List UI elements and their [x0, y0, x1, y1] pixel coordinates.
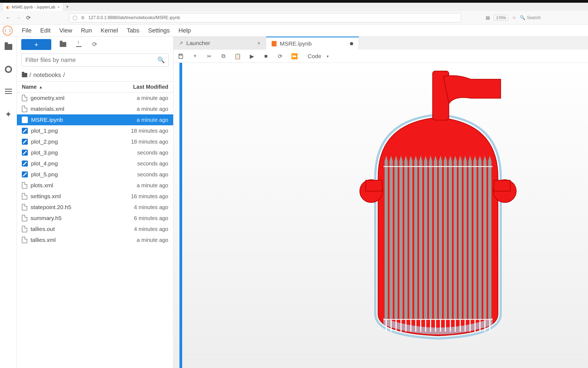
file-row[interactable]: summary.h56 minutes ago: [17, 213, 173, 224]
file-row[interactable]: settings.xml16 minutes ago: [17, 191, 173, 202]
extensions-tab-icon[interactable]: ✦: [3, 109, 14, 120]
upload-button[interactable]: [75, 42, 83, 47]
forward-button[interactable]: →: [16, 14, 21, 21]
cell-type-label: Code: [308, 53, 321, 60]
svg-rect-4: [366, 180, 382, 191]
toc-tab-icon[interactable]: [3, 86, 14, 97]
menu-tabs[interactable]: Tabs: [122, 25, 144, 36]
copy-button[interactable]: ⧉: [220, 53, 227, 59]
file-row[interactable]: plot_1.png18 minutes ago: [17, 125, 173, 136]
menu-file[interactable]: File: [17, 25, 36, 36]
file-row[interactable]: MSRE.ipynba minute ago: [17, 114, 173, 125]
file-modified: a minute ago: [137, 182, 168, 189]
column-name[interactable]: Name: [22, 84, 37, 90]
breadcrumb-seg[interactable]: /: [29, 72, 31, 79]
menu-help[interactable]: Help: [174, 25, 195, 36]
folder-icon: [22, 73, 27, 77]
svg-rect-48: [488, 161, 491, 319]
search-icon: 🔍: [520, 15, 525, 20]
restart-run-all-button[interactable]: ⏩: [291, 53, 298, 60]
file-name: plots.xml: [31, 182, 53, 189]
menu-kernel[interactable]: Kernel: [96, 25, 122, 36]
image-icon: [22, 150, 28, 156]
image-icon: [22, 161, 28, 167]
lock-icon: 🗎: [81, 15, 85, 20]
file-row[interactable]: plot_2.png18 minutes ago: [17, 136, 173, 147]
svg-rect-46: [483, 161, 487, 319]
file-icon: [22, 204, 27, 210]
menu-run[interactable]: Run: [77, 25, 96, 36]
file-row[interactable]: plot_4.pngseconds ago: [17, 158, 173, 169]
paste-button[interactable]: 📋: [234, 53, 241, 60]
svg-rect-10: [394, 161, 398, 319]
interrupt-button[interactable]: ■: [262, 53, 269, 59]
filelist-header[interactable]: Name ▲ Last Modified: [17, 81, 173, 93]
save-button[interactable]: [177, 54, 184, 59]
filter-input[interactable]: [25, 57, 157, 64]
file-row[interactable]: plot_3.pngseconds ago: [17, 147, 173, 158]
file-row[interactable]: tallies.xmla minute ago: [17, 235, 173, 245]
search-icon: 🔍: [157, 57, 165, 64]
cut-button[interactable]: ✂: [206, 53, 213, 60]
back-button[interactable]: ←: [5, 14, 11, 21]
url-bar[interactable]: ◯ 🗎 127.0.0.1:8888/lab/tree/notebooks/MS…: [69, 13, 461, 22]
refresh-button[interactable]: ⟳: [91, 41, 99, 48]
file-modified: seconds ago: [137, 171, 168, 178]
svg-rect-8: [389, 161, 393, 319]
file-name: plot_2.png: [31, 138, 58, 145]
document-tabbar: ↗Launcher×MSRE.ipynb: [173, 37, 588, 50]
browser-tab-title: MSRE.ipynb - JupyterLab: [12, 5, 55, 9]
notebook-canvas[interactable]: ➤: [173, 63, 588, 368]
bookmark-icon[interactable]: ☆: [512, 15, 516, 20]
file-row[interactable]: plot_5.pngseconds ago: [17, 169, 173, 180]
file-modified: 4 minutes ago: [134, 204, 168, 210]
running-tab-icon[interactable]: [3, 64, 14, 75]
svg-rect-24: [429, 161, 432, 319]
breadcrumb[interactable]: / notebooks /: [17, 69, 173, 81]
filter-box[interactable]: 🔍: [21, 54, 169, 67]
restart-button[interactable]: ⟳: [277, 53, 284, 60]
file-row[interactable]: statepoint.20.h54 minutes ago: [17, 202, 173, 213]
new-launcher-button[interactable]: +: [21, 39, 51, 50]
menu-settings[interactable]: Settings: [144, 25, 174, 36]
svg-rect-14: [404, 161, 407, 319]
svg-rect-12: [399, 161, 403, 319]
close-icon[interactable]: ×: [257, 40, 260, 46]
doc-tab-msre-ipynb[interactable]: MSRE.ipynb: [266, 37, 359, 50]
svg-rect-18: [414, 161, 418, 319]
filebrowser-tab-icon[interactable]: [3, 41, 14, 52]
svg-rect-5: [494, 180, 510, 191]
svg-rect-32: [449, 161, 452, 319]
browser-tab[interactable]: ◐ MSRE.ipynb - JupyterLab ×: [3, 3, 63, 11]
file-name: MSRE.ipynb: [31, 117, 63, 123]
cell-type-selector[interactable]: Code ▾: [308, 53, 329, 60]
browser-search[interactable]: 🔍 Search: [520, 15, 583, 20]
menu-edit[interactable]: Edit: [36, 25, 55, 36]
run-button[interactable]: ▶: [248, 53, 255, 60]
new-tab-button[interactable]: +: [63, 3, 71, 11]
file-row[interactable]: plots.xmla minute ago: [17, 180, 173, 191]
svg-rect-0: [180, 54, 182, 56]
file-name: plot_5.png: [31, 171, 58, 178]
new-folder-button[interactable]: [59, 42, 67, 47]
file-name: plot_4.png: [31, 160, 58, 167]
file-icon: [22, 182, 27, 189]
menu-view[interactable]: View: [55, 25, 76, 36]
reload-button[interactable]: ⟳: [26, 14, 31, 21]
column-modified[interactable]: Last Modified: [133, 84, 168, 90]
file-icon: [22, 193, 27, 200]
file-row[interactable]: materials.xmla minute ago: [17, 103, 173, 114]
file-row[interactable]: tallies.out4 minutes ago: [17, 224, 173, 235]
reader-icon[interactable]: ▤: [486, 15, 490, 20]
file-row[interactable]: geometry.xmla minute ago: [17, 93, 173, 103]
file-modified: a minute ago: [137, 117, 168, 123]
file-modified: a minute ago: [137, 106, 168, 112]
insert-cell-button[interactable]: +: [191, 53, 199, 59]
zoom-level[interactable]: 170%: [494, 15, 508, 21]
breadcrumb-seg[interactable]: notebooks: [33, 72, 61, 79]
close-icon[interactable]: ×: [58, 5, 60, 9]
image-icon: [22, 171, 28, 177]
nav-buttons: ← → ⟳: [5, 14, 31, 21]
doc-tab-launcher[interactable]: ↗Launcher×: [173, 37, 266, 50]
svg-rect-40: [469, 161, 472, 319]
